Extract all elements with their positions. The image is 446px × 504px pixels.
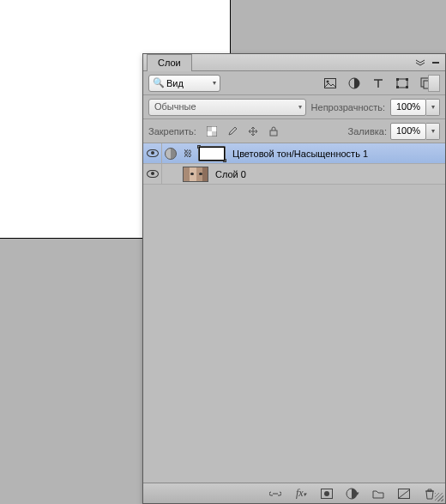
layer-thumbnail[interactable] bbox=[183, 167, 208, 182]
layer-name[interactable]: Слой 0 bbox=[215, 169, 246, 179]
fill-value[interactable]: 100% bbox=[390, 123, 426, 140]
svg-rect-7 bbox=[396, 86, 399, 88]
svg-rect-5 bbox=[396, 78, 399, 81]
lock-all-icon[interactable] bbox=[267, 124, 280, 138]
eye-icon bbox=[147, 149, 159, 157]
opacity-stepper[interactable]: ▾ bbox=[426, 99, 440, 116]
svg-rect-0 bbox=[432, 62, 439, 64]
fill-stepper[interactable]: ▾ bbox=[426, 123, 440, 140]
layer-filter-label: Вид bbox=[166, 78, 184, 88]
mask-link-icon[interactable]: ⛓ bbox=[184, 149, 192, 158]
opacity-value[interactable]: 100% bbox=[390, 99, 426, 116]
lock-paint-icon[interactable] bbox=[226, 124, 239, 138]
visibility-toggle[interactable] bbox=[143, 143, 162, 163]
filter-shape-icon[interactable] bbox=[395, 76, 409, 90]
layer-style-icon[interactable]: fx▾ bbox=[294, 487, 308, 501]
layers-panel: Слои 🔍 Вид ▾ bbox=[142, 53, 446, 504]
layers-list: ⛓ Цветовой тон/Насыщенность 1 Слой 0 bbox=[143, 143, 445, 185]
filter-image-icon[interactable] bbox=[323, 76, 337, 90]
svg-rect-16 bbox=[270, 131, 277, 136]
panel-menu-icon[interactable] bbox=[414, 58, 426, 68]
resize-grip[interactable] bbox=[435, 493, 443, 501]
link-layers-icon[interactable] bbox=[268, 487, 282, 501]
visibility-toggle[interactable] bbox=[143, 164, 162, 184]
lock-label: Закрепить: bbox=[148, 126, 196, 137]
opacity-label: Непрозрачность: bbox=[311, 102, 385, 112]
lock-position-icon[interactable] bbox=[246, 124, 260, 138]
new-adjustment-icon[interactable]: ▾ bbox=[346, 487, 359, 501]
svg-rect-6 bbox=[406, 78, 408, 81]
panel-footer: fx▾ ▾ bbox=[143, 483, 445, 503]
filter-icons bbox=[323, 76, 433, 90]
layer-row[interactable]: Слой 0 bbox=[143, 164, 445, 185]
hue-saturation-icon bbox=[165, 148, 177, 160]
fill-label: Заливка: bbox=[348, 126, 387, 137]
filter-toggle-switch[interactable] bbox=[428, 75, 440, 92]
svg-rect-8 bbox=[406, 86, 408, 88]
svg-rect-14 bbox=[207, 131, 212, 137]
panel-collapse-icon[interactable] bbox=[430, 58, 442, 68]
layer-name[interactable]: Цветовой тон/Насыщенность 1 bbox=[232, 149, 368, 159]
new-group-icon[interactable] bbox=[371, 487, 385, 501]
search-icon: 🔍 bbox=[153, 77, 165, 88]
eye-icon bbox=[147, 170, 159, 178]
layer-row[interactable]: ⛓ Цветовой тон/Насыщенность 1 bbox=[143, 143, 445, 164]
svg-rect-1 bbox=[325, 78, 336, 88]
filter-adjustment-icon[interactable] bbox=[347, 76, 361, 90]
svg-rect-12 bbox=[212, 131, 217, 137]
blend-mode-dropdown[interactable]: Обычные ▾ bbox=[148, 99, 306, 116]
svg-rect-11 bbox=[207, 126, 212, 131]
blend-mode-label: Обычные bbox=[154, 101, 196, 112]
new-layer-icon[interactable] bbox=[397, 487, 411, 501]
add-mask-icon[interactable] bbox=[320, 487, 334, 501]
svg-point-2 bbox=[327, 80, 329, 82]
tab-layers[interactable]: Слои bbox=[147, 54, 192, 71]
filter-type-icon[interactable] bbox=[371, 76, 385, 90]
svg-rect-13 bbox=[212, 126, 217, 131]
panel-tabbar: Слои bbox=[143, 54, 445, 71]
svg-point-18 bbox=[324, 491, 329, 496]
chevron-down-icon: ▾ bbox=[213, 79, 216, 87]
layer-mask-thumbnail[interactable] bbox=[198, 146, 226, 161]
layer-filter-dropdown[interactable]: 🔍 Вид ▾ bbox=[148, 75, 220, 92]
lock-transparency-icon[interactable] bbox=[205, 124, 219, 138]
chevron-down-icon: ▾ bbox=[298, 103, 302, 111]
